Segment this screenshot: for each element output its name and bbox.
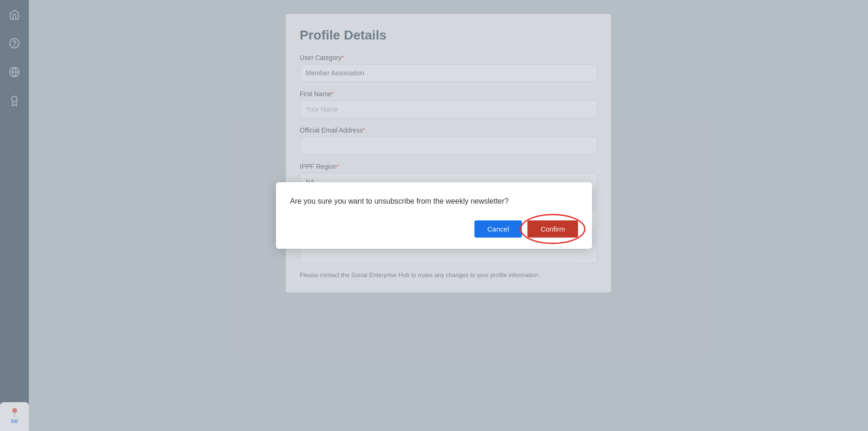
dialog-overlay: Are you sure you want to unsubscribe fro…: [0, 0, 868, 431]
dialog-message: Are you sure you want to unsubscribe fro…: [290, 197, 578, 206]
confirm-button[interactable]: Confirm: [527, 220, 578, 238]
confirm-button-wrapper: Confirm: [527, 220, 578, 238]
dialog-actions: Cancel Confirm: [290, 220, 578, 238]
confirm-dialog: Are you sure you want to unsubscribe fro…: [276, 182, 592, 249]
cancel-button[interactable]: Cancel: [474, 220, 522, 238]
